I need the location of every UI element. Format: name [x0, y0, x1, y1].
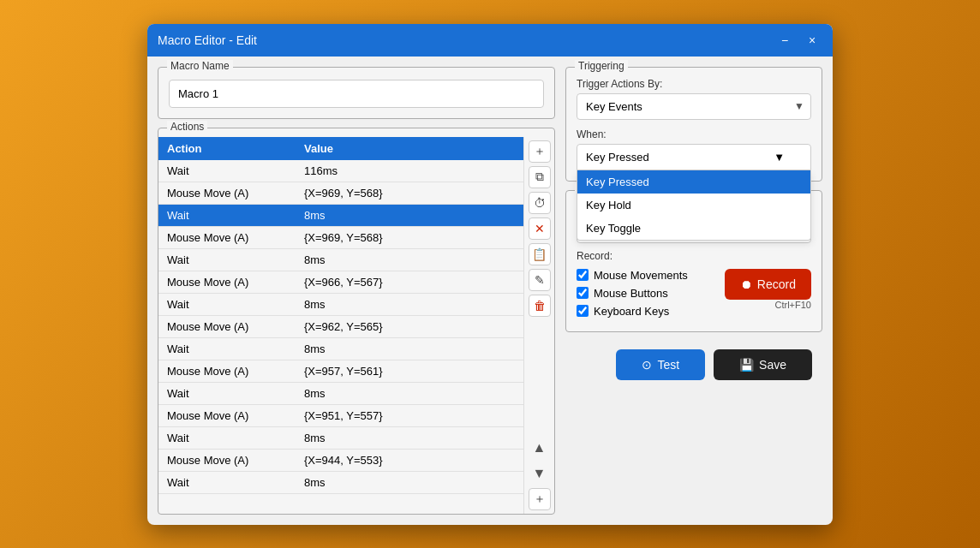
table-row[interactable]: Mouse Move (A){X=969, Y=568} — [158, 227, 523, 249]
when-option[interactable]: Key Hold — [577, 194, 810, 217]
record-btn-inner: ⏺ Record — [740, 277, 796, 291]
table-row[interactable]: Wait8ms — [158, 205, 523, 227]
record-button[interactable]: ⏺ Record — [725, 269, 811, 300]
when-dropdown-arrow: ▼ — [774, 151, 785, 164]
trigger-actions-label: Trigger Actions By: — [577, 78, 811, 90]
record-button-area: ⏺ Record Ctrl+F10 — [725, 269, 811, 310]
triggering-legend: Triggering — [575, 60, 628, 72]
timer-action-button[interactable]: ⏱ — [529, 192, 551, 214]
minimize-button[interactable]: − — [774, 30, 795, 51]
row-value: 8ms — [296, 294, 523, 315]
table-row[interactable]: Mouse Move (A){X=969, Y=568} — [158, 182, 523, 205]
row-value: 116ms — [296, 160, 523, 182]
trigger-select-wrapper: Key Events ▼ — [577, 93, 811, 120]
record-checkbox-label: Mouse Movements — [594, 269, 688, 282]
row-value: {X=966, Y=567} — [296, 271, 523, 293]
table-row[interactable]: Wait8ms — [158, 338, 523, 360]
row-action: Mouse Move (A) — [158, 450, 296, 471]
copy-action-button[interactable]: ⧉ — [529, 166, 551, 188]
scroll-down-button[interactable]: ▼ — [529, 462, 551, 485]
record-checkbox-row: Keyboard Keys — [577, 305, 688, 318]
record-checkbox[interactable] — [577, 287, 589, 299]
col-action-header: Action — [158, 137, 296, 160]
test-button[interactable]: ⊙ Test — [616, 349, 705, 380]
record-icon: ⏺ — [740, 277, 752, 291]
row-action: Wait — [158, 472, 296, 493]
row-value: {X=957, Y=561} — [296, 360, 523, 382]
row-action: Wait — [158, 160, 296, 182]
macro-editor-window: Macro Editor - Edit − × Macro Name Actio… — [147, 24, 833, 525]
when-dropdown[interactable]: Key Pressed ▼ Key PressedKey HoldKey Tog… — [577, 144, 811, 170]
table-row[interactable]: Mouse Move (A){X=957, Y=561} — [158, 360, 523, 383]
macro-name-input[interactable] — [169, 80, 544, 108]
row-value: 8ms — [296, 427, 523, 449]
table-row[interactable]: Wait116ms — [158, 160, 523, 182]
row-action: Mouse Move (A) — [158, 271, 296, 293]
when-option[interactable]: Key Pressed — [577, 170, 810, 194]
col-value-header: Value — [296, 137, 523, 160]
trash-action-button[interactable]: 🗑 — [529, 295, 551, 317]
table-row[interactable]: Wait8ms — [158, 472, 523, 494]
title-bar: Macro Editor - Edit − × — [147, 24, 833, 57]
when-option[interactable]: Key Toggle — [577, 217, 810, 240]
add-action-button[interactable]: ＋ — [529, 140, 551, 163]
window-body: Macro Name Actions Action Value Wait116m… — [147, 57, 833, 525]
table-row[interactable]: Wait8ms — [158, 294, 523, 316]
record-checkbox-row: Mouse Buttons — [577, 287, 688, 300]
actions-legend: Actions — [167, 121, 207, 133]
delete-action-button[interactable]: ✕ — [529, 217, 551, 240]
row-action: Wait — [158, 427, 296, 449]
row-action: Mouse Move (A) — [158, 316, 296, 337]
table-row[interactable]: Mouse Move (A){X=944, Y=553} — [158, 450, 523, 472]
row-value: 8ms — [296, 205, 523, 226]
table-row[interactable]: Mouse Move (A){X=966, Y=567} — [158, 271, 523, 294]
close-button[interactable]: × — [802, 30, 822, 51]
record-button-label: Record — [757, 277, 796, 291]
when-label: When: — [577, 128, 811, 140]
row-action: Wait — [158, 338, 296, 360]
when-dropdown-display[interactable]: Key Pressed ▼ — [577, 144, 811, 170]
record-checkbox[interactable] — [577, 269, 589, 281]
row-action: Wait — [158, 294, 296, 315]
table-row[interactable]: Wait8ms — [158, 383, 523, 405]
row-value: 8ms — [296, 338, 523, 360]
edit-action-button[interactable]: ✎ — [529, 269, 551, 291]
row-value: {X=969, Y=568} — [296, 227, 523, 248]
title-bar-controls: − × — [774, 30, 822, 51]
actions-inner: Action Value Wait116msMouse Move (A){X=9… — [158, 137, 554, 514]
row-action: Mouse Move (A) — [158, 360, 296, 382]
actions-table: Action Value Wait116msMouse Move (A){X=9… — [158, 137, 523, 514]
paste-action-button[interactable]: 📋 — [529, 243, 551, 265]
row-value: 8ms — [296, 472, 523, 493]
left-panel: Macro Name Actions Action Value Wait116m… — [158, 67, 555, 515]
record-shortcut: Ctrl+F10 — [725, 300, 811, 310]
record-checkbox-label: Mouse Buttons — [594, 287, 668, 300]
when-selected-value: Key Pressed — [586, 151, 649, 164]
triggering-section: Triggering Trigger Actions By: Key Event… — [565, 67, 822, 182]
row-value: {X=951, Y=557} — [296, 405, 523, 426]
action-buttons-column: ＋ ⧉ ⏱ ✕ 📋 ✎ 🗑 ▲ ▼ ＋ — [523, 137, 554, 514]
macro-name-section: Macro Name — [158, 67, 555, 119]
when-dropdown-list: Key PressedKey HoldKey Toggle — [577, 170, 811, 241]
window-title: Macro Editor - Edit — [158, 33, 257, 47]
save-button[interactable]: 💾 Save — [714, 349, 812, 380]
table-row[interactable]: Mouse Move (A){X=962, Y=565} — [158, 316, 523, 338]
test-icon: ⊙ — [642, 358, 652, 372]
table-row[interactable]: Wait8ms — [158, 427, 523, 450]
trigger-select[interactable]: Key Events — [577, 93, 811, 120]
record-checkbox-label: Keyboard Keys — [594, 305, 669, 318]
row-value: {X=944, Y=553} — [296, 450, 523, 471]
record-checkbox[interactable] — [577, 305, 589, 317]
add-bottom-button[interactable]: ＋ — [529, 488, 551, 510]
table-scroll[interactable]: Wait116msMouse Move (A){X=969, Y=568}Wai… — [158, 160, 523, 498]
table-row[interactable]: Mouse Move (A){X=951, Y=557} — [158, 405, 523, 427]
record-checkbox-row: Mouse Movements — [577, 269, 688, 282]
row-value: {X=969, Y=568} — [296, 182, 523, 204]
record-label: Record: — [577, 250, 811, 262]
row-action: Mouse Move (A) — [158, 182, 296, 204]
table-row[interactable]: Wait8ms — [158, 249, 523, 271]
record-checkboxes: Mouse MovementsMouse ButtonsKeyboard Key… — [577, 269, 688, 321]
row-action: Wait — [158, 249, 296, 271]
row-action: Mouse Move (A) — [158, 227, 296, 248]
scroll-up-button[interactable]: ▲ — [529, 437, 551, 459]
